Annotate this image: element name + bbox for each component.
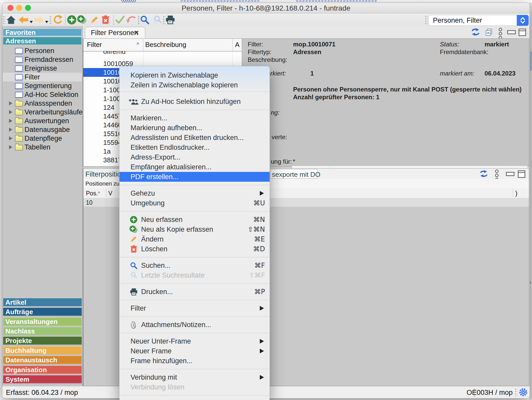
pane-minimize-button[interactable]: [506, 172, 514, 176]
sidebar-item-auswertungen[interactable]: Auswertungen: [3, 116, 82, 125]
disclosure-triangle-icon[interactable]: [9, 145, 12, 149]
disclosure-triangle-icon[interactable]: [9, 110, 12, 114]
sidebar-item-datenausgabe[interactable]: Datenausgabe: [3, 125, 82, 134]
sidebar-item-ereignisse[interactable]: Ereignisse: [3, 64, 82, 73]
back-button[interactable]: [18, 14, 33, 25]
settings-button[interactable]: [519, 388, 528, 398]
disclosure-triangle-icon[interactable]: [9, 101, 12, 105]
forward-history-dropdown-icon[interactable]: [45, 21, 48, 23]
sidebar-module-nachlass[interactable]: Nachlass: [3, 327, 82, 335]
menu-item-kopieren-in-zwischenablage[interactable]: Kopieren in Zwischenablage: [119, 70, 270, 80]
sidebar-module-organisation[interactable]: Organisation: [3, 365, 82, 374]
sidebar-item-segmentierung[interactable]: Segmentierung: [3, 81, 82, 90]
print-button[interactable]: [165, 14, 175, 25]
forward-button[interactable]: [34, 14, 48, 25]
view-selector-stepper[interactable]: [517, 15, 529, 26]
sidebar-item-ad-hoc-selektion[interactable]: Ad-Hoc Selektion: [3, 90, 82, 99]
sidebar-module-projekte[interactable]: Projekte: [3, 336, 82, 345]
sidebar-module-system[interactable]: System: [3, 375, 82, 384]
column-header-v[interactable]: V: [108, 190, 112, 197]
menu-item-loeschen[interactable]: Löschen⌘D: [119, 244, 270, 254]
sidebar-module-veranstaltungen[interactable]: Veranstaltungen: [3, 317, 82, 326]
edit-button[interactable]: [90, 14, 99, 25]
delete-button[interactable]: [101, 14, 110, 25]
pane-refresh-button[interactable]: [471, 28, 480, 36]
toolbar-drag-handle[interactable]: [425, 15, 428, 24]
menu-item-filter[interactable]: Filter: [119, 303, 270, 313]
menu-item-gehezu[interactable]: Gehezu: [119, 188, 270, 198]
menu-item-verbindung-mit[interactable]: Verbindung mit: [119, 372, 270, 382]
menu-item-zu-ad-hoc-selektion-hinzufuegen[interactable]: Zu Ad-Hoc Selektion hinzufügen: [119, 97, 270, 106]
undo-button[interactable]: [126, 14, 136, 25]
sidebar-item-fremdadressen[interactable]: Fremdadressen: [3, 55, 82, 64]
menu-item-zeilen-in-zwischenablage-kopieren[interactable]: Zeilen in Zwischenablage kopieren: [119, 80, 270, 90]
column-divider[interactable]: [232, 39, 233, 51]
column-header-pos[interactable]: Pos.: [86, 190, 98, 197]
new-record-button[interactable]: [67, 14, 77, 25]
pane-refresh-button[interactable]: [479, 170, 488, 177]
view-selector[interactable]: Personen, Filter: [429, 15, 529, 26]
menu-item-markieren[interactable]: Markieren...: [119, 113, 270, 123]
sidebar-module-buchhaltung[interactable]: Buchhaltung: [3, 346, 82, 355]
sidebar-item-tabellen[interactable]: Tabellen: [3, 143, 82, 152]
sidebar-section-adressen[interactable]: Adressen: [3, 37, 82, 45]
last-search-results-button[interactable]: [153, 14, 162, 25]
column-header-a[interactable]: A: [235, 41, 239, 49]
menu-item-drucken[interactable]: Drucken...⌘P: [119, 287, 270, 297]
column-header-beschreibung[interactable]: Beschreibung: [145, 41, 186, 49]
table-row[interactable]: oifremd: [83, 51, 242, 59]
sidebar-module-auftraege[interactable]: Aufträge: [3, 307, 82, 316]
menu-item-adress-export[interactable]: Adress-Export...: [119, 152, 270, 162]
column-divider[interactable]: [106, 189, 106, 197]
confirm-button[interactable]: [115, 14, 125, 25]
sidebar-item-verarbeitungslaeufe[interactable]: Verarbeitungsläufe: [3, 108, 82, 116]
tab-filter-personen[interactable]: Filter Personen ✕: [85, 27, 145, 38]
title-bar[interactable]: Personen, Filter - h-10-68@192.168.0.214…: [2, 3, 530, 13]
menu-item-aendern[interactable]: Ändern⌘E: [119, 234, 270, 244]
menu-item-neuer-frame[interactable]: Neuer Frame: [119, 346, 270, 356]
disclosure-triangle-icon[interactable]: [9, 119, 12, 123]
toolbar-drag-handle[interactable]: [3, 15, 5, 24]
menu-item-attachments-notizen[interactable]: Attachments/Notizen...: [119, 320, 270, 330]
pane-maximize-button[interactable]: [518, 170, 525, 178]
pane-duplicate-button[interactable]: [485, 28, 493, 36]
new-as-copy-button[interactable]: [77, 14, 87, 25]
sidebar-item-filter[interactable]: Filter: [3, 73, 82, 81]
minimize-window-button[interactable]: [16, 5, 22, 11]
column-divider[interactable]: [513, 189, 513, 197]
menu-item-suchen[interactable]: Suchen...⌘F: [119, 261, 270, 270]
menu-item-pdf-erstellen[interactable]: PDF erstellen...: [119, 172, 270, 182]
menu-item-markierung-aufheben[interactable]: Markierung aufheben...: [119, 123, 270, 133]
zoom-window-button[interactable]: [25, 5, 31, 11]
disclosure-triangle-icon[interactable]: [9, 136, 12, 140]
close-window-button[interactable]: [7, 5, 13, 11]
menu-item-neu-erfassen[interactable]: Neu erfassen⌘N: [119, 215, 270, 224]
sidebar-item-datenpflege[interactable]: Datenpflege: [3, 134, 82, 143]
home-button[interactable]: [6, 14, 16, 25]
close-tab-icon[interactable]: ✕: [134, 27, 139, 39]
menu-item-verbindung-loesen[interactable]: Verbindung lösen: [119, 382, 270, 392]
menu-item-empfaenger-aktualisieren[interactable]: Empfänger aktualisieren...: [119, 162, 270, 172]
pane-minimize-button[interactable]: [507, 30, 516, 34]
sort-asc-icon[interactable]: ^: [136, 41, 139, 48]
column-divider[interactable]: [143, 39, 143, 51]
menu-item-etiketten-endlosdrucker[interactable]: Etiketten Endlosdrucker...: [119, 143, 270, 152]
sidebar-item-anlassspenden[interactable]: Anlassspenden: [3, 99, 82, 108]
menu-item-frame-hinzufuegen[interactable]: Frame hinzufügen...: [119, 356, 270, 366]
sort-asc-icon[interactable]: ^: [98, 190, 100, 196]
menu-item-umgebung[interactable]: Umgebung⌘U: [119, 198, 270, 208]
menu-item-letzte-suchresultate[interactable]: Letzte Suchresultate⇧⌘F: [119, 270, 270, 280]
sidebar-section-favoriten[interactable]: Favoriten: [3, 29, 82, 36]
back-history-dropdown-icon[interactable]: [30, 21, 33, 23]
column-header-filter[interactable]: Filter: [87, 41, 102, 49]
column-header-paren[interactable]: ): [515, 189, 518, 197]
sidebar-module-artikel[interactable]: Artikel: [3, 298, 82, 306]
menu-item-adresslisten-und-etiketten-drucken[interactable]: Adresslisten und Etiketten drucken...: [119, 133, 270, 143]
menu-item-neuer-unter-frame[interactable]: Neuer Unter-Frame: [119, 336, 270, 346]
menu-item-neu-als-kopie-erfassen[interactable]: Neu als Kopie erfassen⇧⌘N: [119, 224, 270, 234]
bottom-right-tab[interactable]: sexporte mit DO: [270, 169, 318, 179]
refresh-button[interactable]: [53, 14, 63, 25]
sidebar-module-datenaustausch[interactable]: Datenaustausch: [3, 356, 82, 364]
disclosure-triangle-icon[interactable]: [9, 128, 12, 132]
sidebar-item-personen[interactable]: Personen: [3, 46, 82, 55]
